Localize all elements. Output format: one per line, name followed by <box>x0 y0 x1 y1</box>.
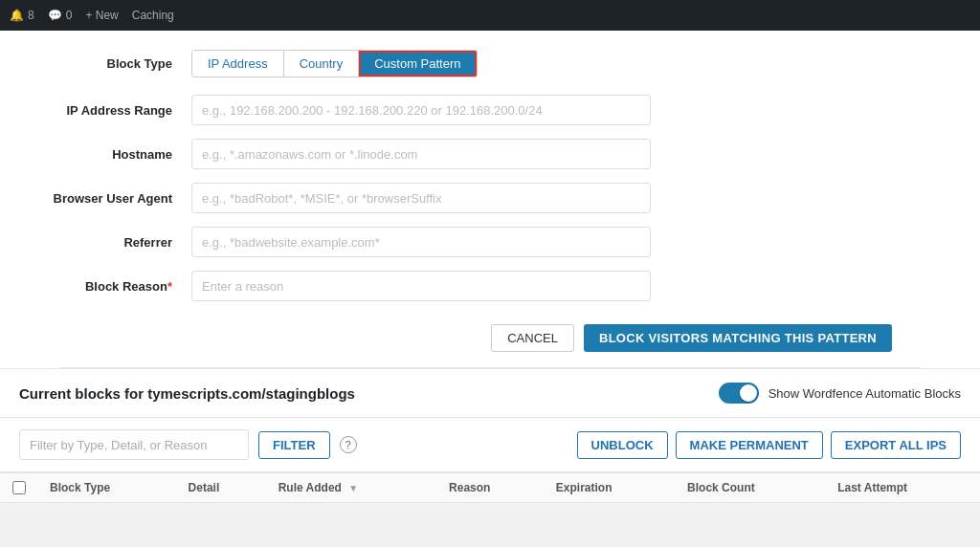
block-type-label: Block Type <box>0 56 191 71</box>
referrer-label: Referrer <box>0 235 191 250</box>
last-attempt-header-label: Last Attempt <box>837 481 907 494</box>
notification-item[interactable]: 🔔 8 <box>10 9 34 22</box>
blocks-table: Block Type Detail Rule Added ▼ Reason Ex… <box>0 472 980 503</box>
browser-user-agent-row: Browser User Agent <box>0 183 980 213</box>
checkbox-header <box>0 473 38 503</box>
bell-icon: 🔔 <box>10 9 24 22</box>
tab-custom-pattern[interactable]: Custom Pattern <box>359 51 476 77</box>
expiration-header: Expiration <box>545 473 676 503</box>
blocks-title: Current blocks for tymescripts.com/stagi… <box>19 385 355 402</box>
tab-group: IP Address Country Custom Pattern <box>191 50 478 77</box>
comment-count: 0 <box>66 9 73 22</box>
blocks-header: Current blocks for tymescripts.com/stagi… <box>0 369 980 418</box>
block-count-header: Block Count <box>676 473 826 503</box>
auto-blocks-toggle[interactable] <box>719 383 759 404</box>
ip-address-range-row: IP Address Range <box>0 95 980 125</box>
browser-user-agent-label: Browser User Agent <box>0 191 191 206</box>
block-visitors-button[interactable]: BLOCK VISITORS MATCHING THIS PATTERN <box>584 324 892 352</box>
block-type-row: Block Type IP Address Country Custom Pat… <box>0 40 980 77</box>
block-type-header-label: Block Type <box>50 481 110 494</box>
detail-header-label: Detail <box>189 481 220 494</box>
filter-row: FILTER ? UNBLOCK MAKE PERMANENT EXPORT A… <box>0 418 980 472</box>
table-header-row: Block Type Detail Rule Added ▼ Reason Ex… <box>0 473 980 503</box>
export-all-ips-button[interactable]: EXPORT ALL IPS <box>831 431 961 459</box>
help-icon[interactable]: ? <box>340 436 357 453</box>
new-button[interactable]: + New <box>85 9 118 22</box>
block-reason-input[interactable] <box>191 271 651 301</box>
hostname-row: Hostname <box>0 139 980 169</box>
select-all-checkbox[interactable] <box>12 481 26 494</box>
last-attempt-header: Last Attempt <box>826 473 980 503</box>
referrer-row: Referrer <box>0 227 980 257</box>
caching-label: Caching <box>132 9 174 22</box>
comment-icon: 💬 <box>48 9 62 22</box>
hostname-input[interactable] <box>191 139 651 169</box>
referrer-input[interactable] <box>191 227 651 257</box>
reason-header: Reason <box>437 473 545 503</box>
make-permanent-button[interactable]: MAKE PERMANENT <box>676 431 823 459</box>
filter-button[interactable]: FILTER <box>258 431 330 459</box>
block-count-header-label: Block Count <box>687 481 755 494</box>
block-reason-row: Block Reason* <box>0 271 980 301</box>
tab-country[interactable]: Country <box>284 51 360 77</box>
expiration-header-label: Expiration <box>556 481 612 494</box>
cancel-button[interactable]: CANCEL <box>491 324 574 352</box>
caching-item[interactable]: Caching <box>132 9 174 22</box>
new-label: + New <box>85 9 118 22</box>
blocks-section: Current blocks for tymescripts.com/stagi… <box>0 368 980 503</box>
rule-added-header[interactable]: Rule Added ▼ <box>267 473 437 503</box>
comment-item[interactable]: 💬 0 <box>48 9 73 22</box>
reason-header-label: Reason <box>449 481 490 494</box>
filter-actions: UNBLOCK MAKE PERMANENT EXPORT ALL IPS <box>577 431 961 459</box>
tab-ip-address[interactable]: IP Address <box>192 51 284 77</box>
required-marker: * <box>167 279 172 294</box>
filter-input[interactable] <box>19 429 249 460</box>
buttons-row: CANCEL BLOCK VISITORS MATCHING THIS PATT… <box>59 315 921 368</box>
block-type-header: Block Type <box>38 473 177 503</box>
block-reason-label: Block Reason* <box>0 279 191 294</box>
toggle-label: Show Wordfence Automatic Blocks <box>768 386 961 401</box>
ip-address-range-input[interactable] <box>191 95 651 125</box>
unblock-button[interactable]: UNBLOCK <box>577 431 668 459</box>
main-content: Block Type IP Address Country Custom Pat… <box>0 31 980 503</box>
hostname-label: Hostname <box>0 147 191 162</box>
detail-header: Detail <box>177 473 267 503</box>
toggle-area: Show Wordfence Automatic Blocks <box>719 383 961 404</box>
topbar: 🔔 8 💬 0 + New Caching <box>0 0 980 31</box>
sort-arrow-icon: ▼ <box>348 483 358 493</box>
rule-added-header-label: Rule Added <box>278 481 342 494</box>
browser-user-agent-input[interactable] <box>191 183 651 213</box>
ip-address-range-label: IP Address Range <box>0 103 191 118</box>
notification-count: 8 <box>28 9 34 22</box>
